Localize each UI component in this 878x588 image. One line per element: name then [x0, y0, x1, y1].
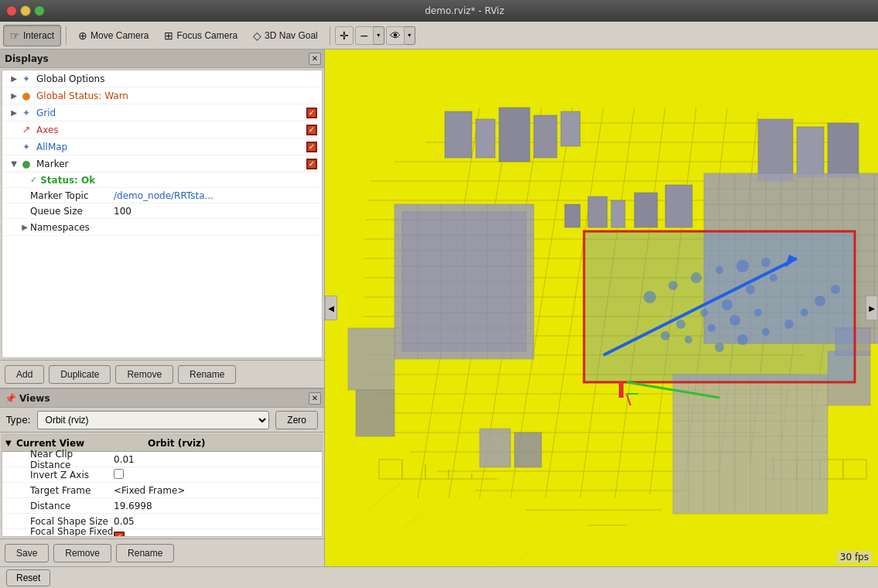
distance-value[interactable]: 19.6998 [114, 501, 319, 511]
svg-rect-112 [611, 200, 625, 227]
eye-dropdown[interactable]: ▾ [405, 26, 415, 45]
svg-rect-117 [480, 429, 511, 467]
zero-button[interactable]: Zero [275, 411, 318, 429]
move-camera-button[interactable]: ⊕ Move Camera [71, 25, 155, 46]
focus-camera-button[interactable]: ⊞ Focus Camera [157, 25, 244, 46]
prop-row-distance: Distance 19.6998 [2, 498, 322, 514]
svg-point-137 [668, 281, 678, 290]
titlebar: demo.rviz* - RViz [0, 0, 878, 22]
views-buttons: Save Remove Rename [0, 538, 324, 566]
target-frame-value[interactable]: <Fixed Frame> [114, 485, 319, 496]
expand-icon: ▶ [19, 223, 30, 231]
views-header: 📌 Views ✕ [0, 389, 324, 408]
minus-button[interactable]: − [355, 26, 374, 45]
allmap-checkbox[interactable]: ✓ [305, 140, 319, 154]
invert-z-value[interactable] [114, 469, 319, 481]
prop-row-invert-z: Invert Z Axis [2, 467, 322, 483]
svg-rect-113 [634, 193, 658, 227]
minus-dropdown[interactable]: ▾ [374, 26, 384, 45]
minus-group: − ▾ [355, 26, 384, 45]
duplicate-button[interactable]: Duplicate [49, 365, 111, 384]
interact-button[interactable]: ☞ Interact [3, 25, 61, 46]
svg-point-153 [737, 334, 748, 345]
svg-point-146 [676, 320, 685, 329]
tree-item-global-options[interactable]: ▶ ✦ Global Options [2, 70, 322, 87]
axes-icon: ↗ [19, 123, 33, 137]
remove-view-button[interactable]: Remove [53, 544, 111, 562]
near-clip-value[interactable]: 0.01 [114, 454, 319, 465]
svg-rect-71 [828, 123, 859, 177]
grid-checkbox[interactable]: ✓ [305, 106, 319, 120]
close-button[interactable] [6, 5, 17, 16]
svg-point-142 [700, 309, 708, 316]
svg-point-158 [831, 285, 840, 294]
interact-label: Interact [23, 30, 54, 41]
marker-topic-value[interactable]: /demo_node/RRTsta... [114, 190, 319, 201]
viewport[interactable]: ◀ ▶ Generated via SVG [325, 50, 878, 566]
current-view-type: Orbit (rviz) [148, 438, 319, 449]
marker-checkbox[interactable]: ✓ [305, 157, 319, 171]
displays-buttons: Add Duplicate Remove Rename [0, 360, 324, 388]
views-type-row: Type: Orbit (rviz) Zero [0, 408, 324, 432]
prop-row-target-frame: Target Frame <Fixed Frame> [2, 483, 322, 498]
tree-item-global-status[interactable]: ▶ ● Global Status: Warn [2, 87, 322, 104]
3d-scene: Generated via SVG groups [325, 50, 878, 566]
svg-point-143 [722, 299, 733, 310]
views-close-button[interactable]: ✕ [309, 392, 321, 405]
focal-shape-fixed-key: Focal Shape Fixed Size [5, 526, 114, 538]
svg-point-145 [770, 274, 777, 282]
grid-label: Grid [36, 108, 302, 118]
fps-counter: 30 fps [837, 551, 872, 563]
svg-rect-111 [588, 197, 607, 227]
svg-rect-7 [379, 460, 402, 479]
minimize-button[interactable] [20, 5, 31, 16]
focus-camera-icon: ⊞ [164, 29, 173, 42]
displays-close-button[interactable]: ✕ [309, 53, 321, 65]
maximize-button[interactable] [34, 5, 45, 16]
svg-rect-66 [499, 108, 530, 162]
crosshair-button[interactable]: ✛ [335, 26, 354, 45]
add-button[interactable]: Add [5, 365, 44, 384]
grid-icon: ✦ [19, 106, 33, 120]
toolbar-separator-2 [330, 26, 330, 45]
type-select[interactable]: Orbit (rviz) [37, 411, 270, 429]
tree-item-axes[interactable]: ↗ Axes ✓ [2, 121, 322, 138]
reset-button[interactable]: Reset [6, 569, 50, 586]
checkmark-icon: ✓ [30, 175, 37, 185]
svg-point-149 [754, 309, 762, 316]
tree-item-grid[interactable]: ▶ ✦ Grid ✓ [2, 104, 322, 121]
svg-point-144 [746, 285, 755, 294]
collapse-right-arrow[interactable]: ▶ [866, 296, 878, 320]
focus-camera-label: Focus Camera [176, 30, 237, 41]
remove-display-button[interactable]: Remove [115, 365, 173, 384]
focal-shape-size-value[interactable]: 0.05 [114, 516, 319, 527]
eye-group: 👁 ▾ [386, 26, 415, 45]
prop-row-queue-size: Queue Size 100 [2, 203, 322, 219]
svg-rect-116 [356, 390, 395, 436]
save-view-button[interactable]: Save [5, 544, 49, 562]
prop-row-marker-topic: Marker Topic /demo_node/RRTsta... [2, 188, 322, 203]
rename-view-button[interactable]: Rename [116, 544, 174, 562]
focal-shape-fixed-value[interactable]: ✓ [114, 532, 319, 538]
status-ok-label: Status: Ok [40, 175, 95, 186]
tree-item-allmap[interactable]: ✦ AllMap ✓ [2, 138, 322, 156]
axes-label: Axes [36, 125, 302, 135]
svg-rect-70 [797, 127, 824, 177]
svg-rect-67 [534, 115, 557, 158]
collapse-left-arrow[interactable]: ◀ [325, 296, 337, 320]
prop-row-focal-shape-fixed: Focal Shape Fixed Size ✓ [2, 529, 322, 537]
warn-icon: ● [19, 89, 33, 103]
statusbar: Reset [0, 566, 878, 588]
eye-button[interactable]: 👁 [386, 26, 405, 45]
focal-shape-fixed-checkbox[interactable]: ✓ [114, 532, 125, 538]
nav-goal-button[interactable]: ◇ 3D Nav Goal [246, 25, 325, 46]
rename-display-button[interactable]: Rename [178, 365, 236, 384]
axes-checkbox[interactable]: ✓ [305, 123, 319, 137]
svg-point-150 [661, 331, 670, 340]
tree-item-namespaces[interactable]: ▶ Namespaces [2, 219, 322, 236]
expand-icon: ▶ [9, 108, 19, 117]
expand-icon: ▶ [9, 74, 19, 83]
tree-item-marker[interactable]: ▼ ● Marker ✓ [2, 156, 322, 173]
marker-label: Marker [36, 159, 302, 169]
invert-z-checkbox[interactable] [114, 469, 124, 479]
